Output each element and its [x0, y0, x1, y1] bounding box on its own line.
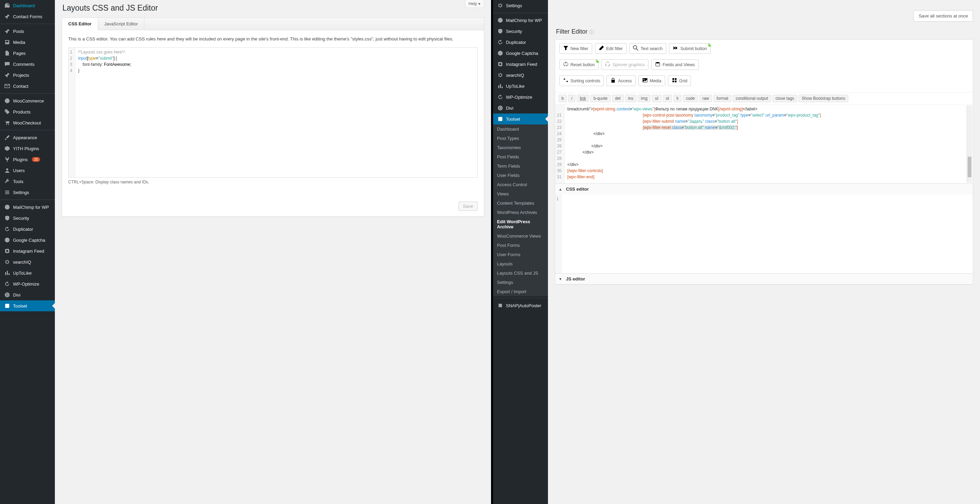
sidebar-item-instagram[interactable]: Instagram Feed: [0, 245, 55, 256]
code-lines[interactable]: /*Layouts css goes here*/ input[type="su…: [75, 48, 477, 177]
submenu-item[interactable]: Layouts CSS and JS: [493, 269, 548, 278]
quicktag-li[interactable]: li: [673, 95, 681, 102]
submenu-item[interactable]: Access Control: [493, 180, 548, 189]
quicktag-b[interactable]: b: [558, 95, 567, 102]
sidebar-item-divi[interactable]: DDivi: [493, 103, 548, 113]
sidebar-item-contact-forms[interactable]: Contact Forms: [0, 11, 55, 22]
submenu-item[interactable]: Term Fields: [493, 162, 548, 171]
sidebar-item-toolset[interactable]: Toolset: [493, 113, 548, 124]
sidebar-item-duplicator[interactable]: Duplicator: [0, 224, 55, 235]
submenu-item[interactable]: WordPress Archives: [493, 208, 548, 217]
sidebar-item-comments[interactable]: Comments: [0, 59, 55, 70]
spinner-graphics-button[interactable]: Spinner graphics: [601, 59, 648, 70]
quicktag-code[interactable]: code: [683, 95, 698, 102]
code-lines[interactable]: breadcrumb">[wpml-string context="wpv-vi…: [565, 105, 973, 183]
new-filter-button[interactable]: New filter: [559, 43, 592, 54]
sidebar-item-posts[interactable]: Posts: [0, 26, 55, 37]
text-search-button[interactable]: Text search: [629, 43, 666, 54]
sidebar-item-divi[interactable]: DDivi: [0, 289, 55, 300]
submenu-item[interactable]: Views: [493, 189, 548, 199]
css-code-editor[interactable]: 1234 /*Layouts css goes here*/ input[typ…: [68, 47, 478, 178]
sidebar-item-captcha[interactable]: Google Captcha: [493, 48, 548, 59]
sidebar-item-yith[interactable]: YITH Plugins: [0, 143, 55, 154]
submenu-item[interactable]: Content Templates: [493, 199, 548, 208]
sidebar-item-wpoptimize[interactable]: WP-Optimize: [493, 92, 548, 103]
sidebar-item-duplicator[interactable]: Duplicator: [493, 37, 548, 48]
sidebar-item-products[interactable]: Products: [0, 106, 55, 117]
editor-tab[interactable]: JavaScript Editor: [98, 18, 144, 30]
sidebar-item-settings[interactable]: Settings: [493, 0, 548, 11]
sidebar-item-snap[interactable]: SNAP|AutoPoster: [493, 300, 548, 311]
access-button[interactable]: Access: [606, 75, 635, 86]
scrollbar[interactable]: [967, 105, 972, 183]
quicktag-i[interactable]: i: [568, 95, 575, 102]
code-lines[interactable]: [562, 194, 973, 273]
sidebar-item-plugins[interactable]: Plugins20: [0, 154, 55, 165]
sidebar-item-captcha[interactable]: Google Captcha: [0, 235, 55, 245]
css-editor-body[interactable]: 1: [555, 194, 973, 273]
sidebar-item-uptolike[interactable]: UpToLike: [493, 81, 548, 92]
quicktag-close-tags[interactable]: close tags: [773, 95, 797, 102]
sidebar-item-woocommerce[interactable]: WooCommerce: [0, 95, 55, 106]
submenu-item[interactable]: User Fields: [493, 171, 548, 180]
sorting-controls-button[interactable]: Sorting controls: [559, 75, 604, 86]
quicktag-Show-Bootstrap-buttons[interactable]: Show Bootstrap buttons: [799, 95, 848, 102]
filter-code-editor[interactable]: 2122232425262728293031 breadcrumb">[wpml…: [555, 105, 973, 183]
sidebar-item-toolset[interactable]: Toolset: [0, 300, 55, 311]
submenu-item[interactable]: User Forms: [493, 250, 548, 259]
media-button[interactable]: Media: [638, 75, 665, 86]
sidebar-item-contact[interactable]: Contact: [0, 81, 55, 92]
quicktag-ol[interactable]: ol: [663, 95, 672, 102]
sidebar-item-security[interactable]: Security: [493, 26, 548, 37]
quicktag-del[interactable]: del: [612, 95, 624, 102]
css-editor-accordion[interactable]: ▴ CSS editor: [555, 183, 973, 194]
sidebar-item-searchiq[interactable]: searchIQ: [0, 256, 55, 267]
sidebar-item-settings[interactable]: Settings: [0, 187, 55, 198]
submenu-item[interactable]: Dashboard: [493, 124, 548, 134]
editor-tab[interactable]: CSS Editor: [62, 18, 98, 30]
sidebar-item-users[interactable]: Users: [0, 165, 55, 176]
sidebar-item-instagram[interactable]: Instagram Feed: [493, 59, 548, 70]
submenu-item[interactable]: Settings: [493, 278, 548, 287]
grid-button[interactable]: Grid: [668, 75, 691, 86]
submenu-item[interactable]: Export / Import: [493, 287, 548, 296]
sidebar-item-tools[interactable]: Tools: [0, 176, 55, 187]
sidebar-item-dashboard[interactable]: Dashboard: [0, 0, 55, 11]
sidebar-item-mailchimp[interactable]: MailChimp for WP: [493, 15, 548, 26]
submenu-item[interactable]: Post Types: [493, 134, 548, 143]
submenu-item[interactable]: Edit WordPress Archive: [493, 217, 548, 231]
help-tab[interactable]: Help ▾: [465, 0, 484, 8]
quicktag-link[interactable]: link: [577, 95, 589, 102]
quicktag-b-quote[interactable]: b-quote: [590, 95, 611, 102]
save-button[interactable]: Save: [458, 202, 478, 211]
quicktag-raw[interactable]: raw: [699, 95, 712, 102]
quicktag-format[interactable]: format: [714, 95, 732, 102]
submit-button-button[interactable]: Submit button◣: [669, 43, 711, 54]
svg-point-3: [6, 169, 8, 170]
submenu-item[interactable]: Taxonomies: [493, 143, 548, 152]
sidebar-item-wpoptimize[interactable]: WP-Optimize: [0, 278, 55, 289]
edit-filter-button[interactable]: Edit filter: [595, 43, 627, 54]
sidebar-item-uptolike[interactable]: UpToLike: [0, 267, 55, 278]
quicktag-ins[interactable]: ins: [625, 95, 636, 102]
quicktag-conditional-output[interactable]: conditional output: [733, 95, 771, 102]
submenu-item[interactable]: Layouts: [493, 259, 548, 269]
quicktag-ul[interactable]: ul: [652, 95, 661, 102]
sidebar-item-searchiq[interactable]: searchIQ: [493, 70, 548, 81]
quicktag-img[interactable]: img: [638, 95, 651, 102]
sidebar-item-woocheckout[interactable]: WooCheckout: [0, 117, 55, 128]
sidebar-item-pages[interactable]: Pages: [0, 48, 55, 59]
help-icon[interactable]: ⓘ: [589, 29, 594, 35]
submenu-item[interactable]: Post Forms: [493, 241, 548, 250]
sidebar-item-security[interactable]: Security: [0, 213, 55, 224]
fields-and-views-button[interactable]: Fields and Views: [651, 59, 698, 70]
reset-button-button[interactable]: Reset button◣: [559, 59, 599, 70]
sidebar-item-projects[interactable]: Projects: [0, 70, 55, 81]
submenu-item[interactable]: WooCommerce Views: [493, 231, 548, 241]
save-all-button[interactable]: Save all sections at once: [913, 10, 973, 22]
submenu-item[interactable]: Post Fields: [493, 152, 548, 162]
sidebar-item-mailchimp[interactable]: MailChimp for WP: [0, 202, 55, 213]
js-editor-accordion[interactable]: ▾ JS editor: [555, 273, 973, 284]
sidebar-item-appearance[interactable]: Appearance: [0, 132, 55, 143]
sidebar-item-media[interactable]: Media: [0, 37, 55, 48]
